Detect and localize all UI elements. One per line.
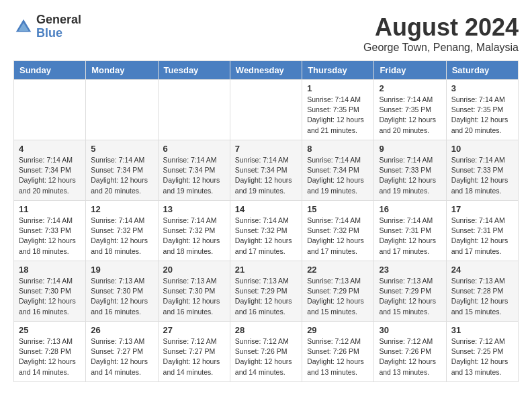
day-number: 3: [451, 83, 513, 93]
week-row-3: 11Sunrise: 7:14 AM Sunset: 7:33 PM Dayli…: [14, 201, 519, 261]
day-info: Sunrise: 7:14 AM Sunset: 7:31 PM Dayligh…: [451, 216, 513, 257]
day-number: 19: [91, 265, 152, 275]
week-row-4: 18Sunrise: 7:14 AM Sunset: 7:30 PM Dayli…: [14, 261, 519, 322]
logo: General Blue: [13, 13, 81, 40]
day-info: Sunrise: 7:13 AM Sunset: 7:30 PM Dayligh…: [163, 276, 225, 317]
day-cell-5: 5Sunrise: 7:14 AM Sunset: 7:34 PM Daylig…: [86, 140, 158, 201]
logo-blue: Blue: [36, 27, 81, 40]
day-cell-22: 22Sunrise: 7:13 AM Sunset: 7:29 PM Dayli…: [302, 261, 374, 322]
day-cell-27: 27Sunrise: 7:12 AM Sunset: 7:27 PM Dayli…: [158, 322, 230, 382]
day-info: Sunrise: 7:12 AM Sunset: 7:26 PM Dayligh…: [307, 336, 369, 377]
day-info: Sunrise: 7:14 AM Sunset: 7:33 PM Dayligh…: [379, 155, 441, 196]
day-info: Sunrise: 7:12 AM Sunset: 7:26 PM Dayligh…: [379, 336, 441, 377]
day-cell-19: 19Sunrise: 7:13 AM Sunset: 7:30 PM Dayli…: [86, 261, 158, 322]
day-number: 8: [307, 144, 369, 154]
day-number: 25: [19, 325, 81, 335]
day-cell-7: 7Sunrise: 7:14 AM Sunset: 7:34 PM Daylig…: [230, 140, 302, 201]
day-cell-15: 15Sunrise: 7:14 AM Sunset: 7:32 PM Dayli…: [302, 201, 374, 261]
day-cell-21: 21Sunrise: 7:13 AM Sunset: 7:29 PM Dayli…: [230, 261, 302, 322]
day-number: 11: [19, 204, 81, 214]
day-number: 26: [91, 325, 152, 335]
day-info: Sunrise: 7:13 AM Sunset: 7:29 PM Dayligh…: [235, 276, 297, 317]
day-number: 12: [91, 204, 152, 214]
day-number: 9: [379, 144, 441, 154]
day-cell-18: 18Sunrise: 7:14 AM Sunset: 7:30 PM Dayli…: [14, 261, 86, 322]
day-cell-24: 24Sunrise: 7:13 AM Sunset: 7:28 PM Dayli…: [446, 261, 518, 322]
day-number: 6: [163, 144, 225, 154]
day-number: 2: [379, 83, 441, 93]
day-number: 21: [235, 265, 297, 275]
day-info: Sunrise: 7:14 AM Sunset: 7:30 PM Dayligh…: [19, 276, 81, 317]
day-number: 23: [379, 265, 441, 275]
day-number: 28: [235, 325, 297, 335]
day-cell-28: 28Sunrise: 7:12 AM Sunset: 7:26 PM Dayli…: [230, 322, 302, 382]
empty-cell: [14, 80, 86, 140]
day-info: Sunrise: 7:14 AM Sunset: 7:34 PM Dayligh…: [19, 155, 81, 196]
day-cell-29: 29Sunrise: 7:12 AM Sunset: 7:26 PM Dayli…: [302, 322, 374, 382]
day-info: Sunrise: 7:14 AM Sunset: 7:33 PM Dayligh…: [19, 216, 81, 257]
day-info: Sunrise: 7:14 AM Sunset: 7:32 PM Dayligh…: [307, 216, 369, 257]
page-header: General Blue August 2024 George Town, Pe…: [13, 13, 519, 54]
day-cell-17: 17Sunrise: 7:14 AM Sunset: 7:31 PM Dayli…: [446, 201, 518, 261]
day-info: Sunrise: 7:13 AM Sunset: 7:29 PM Dayligh…: [379, 276, 441, 317]
day-info: Sunrise: 7:13 AM Sunset: 7:27 PM Dayligh…: [91, 336, 152, 377]
day-cell-23: 23Sunrise: 7:13 AM Sunset: 7:29 PM Dayli…: [374, 261, 446, 322]
day-number: 18: [19, 265, 81, 275]
day-number: 20: [163, 265, 225, 275]
day-cell-16: 16Sunrise: 7:14 AM Sunset: 7:31 PM Dayli…: [374, 201, 446, 261]
day-number: 24: [451, 265, 513, 275]
day-cell-14: 14Sunrise: 7:14 AM Sunset: 7:32 PM Dayli…: [230, 201, 302, 261]
column-header-sunday: Sunday: [14, 61, 86, 80]
day-number: 16: [379, 204, 441, 214]
day-cell-9: 9Sunrise: 7:14 AM Sunset: 7:33 PM Daylig…: [374, 140, 446, 201]
column-header-thursday: Thursday: [302, 61, 374, 80]
day-cell-1: 1Sunrise: 7:14 AM Sunset: 7:35 PM Daylig…: [302, 80, 374, 140]
day-cell-2: 2Sunrise: 7:14 AM Sunset: 7:35 PM Daylig…: [374, 80, 446, 140]
day-cell-25: 25Sunrise: 7:13 AM Sunset: 7:28 PM Dayli…: [14, 322, 86, 382]
day-number: 7: [235, 144, 297, 154]
day-number: 15: [307, 204, 369, 214]
column-header-tuesday: Tuesday: [158, 61, 230, 80]
day-info: Sunrise: 7:14 AM Sunset: 7:32 PM Dayligh…: [235, 216, 297, 257]
week-row-5: 25Sunrise: 7:13 AM Sunset: 7:28 PM Dayli…: [14, 322, 519, 382]
day-cell-12: 12Sunrise: 7:14 AM Sunset: 7:32 PM Dayli…: [86, 201, 158, 261]
day-cell-26: 26Sunrise: 7:13 AM Sunset: 7:27 PM Dayli…: [86, 322, 158, 382]
column-header-saturday: Saturday: [446, 61, 518, 80]
day-number: 14: [235, 204, 297, 214]
day-number: 13: [163, 204, 225, 214]
week-row-1: 1Sunrise: 7:14 AM Sunset: 7:35 PM Daylig…: [14, 80, 519, 140]
column-header-monday: Monday: [86, 61, 158, 80]
empty-cell: [230, 80, 302, 140]
day-info: Sunrise: 7:14 AM Sunset: 7:34 PM Dayligh…: [235, 155, 297, 196]
day-info: Sunrise: 7:14 AM Sunset: 7:35 PM Dayligh…: [451, 95, 513, 136]
logo-icon: [13, 17, 34, 37]
day-info: Sunrise: 7:14 AM Sunset: 7:35 PM Dayligh…: [307, 95, 369, 136]
day-info: Sunrise: 7:13 AM Sunset: 7:28 PM Dayligh…: [451, 276, 513, 317]
calendar-table: SundayMondayTuesdayWednesdayThursdayFrid…: [13, 60, 519, 382]
day-info: Sunrise: 7:13 AM Sunset: 7:29 PM Dayligh…: [307, 276, 369, 317]
day-number: 31: [451, 325, 513, 335]
empty-cell: [158, 80, 230, 140]
day-number: 4: [19, 144, 81, 154]
day-info: Sunrise: 7:14 AM Sunset: 7:32 PM Dayligh…: [163, 216, 225, 257]
day-cell-13: 13Sunrise: 7:14 AM Sunset: 7:32 PM Dayli…: [158, 201, 230, 261]
day-cell-11: 11Sunrise: 7:14 AM Sunset: 7:33 PM Dayli…: [14, 201, 86, 261]
day-info: Sunrise: 7:13 AM Sunset: 7:28 PM Dayligh…: [19, 336, 81, 377]
week-row-2: 4Sunrise: 7:14 AM Sunset: 7:34 PM Daylig…: [14, 140, 519, 201]
day-info: Sunrise: 7:12 AM Sunset: 7:27 PM Dayligh…: [163, 336, 225, 377]
day-number: 27: [163, 325, 225, 335]
column-header-friday: Friday: [374, 61, 446, 80]
day-cell-3: 3Sunrise: 7:14 AM Sunset: 7:35 PM Daylig…: [446, 80, 518, 140]
day-info: Sunrise: 7:14 AM Sunset: 7:34 PM Dayligh…: [307, 155, 369, 196]
day-cell-30: 30Sunrise: 7:12 AM Sunset: 7:26 PM Dayli…: [374, 322, 446, 382]
day-info: Sunrise: 7:12 AM Sunset: 7:25 PM Dayligh…: [451, 336, 513, 377]
day-number: 17: [451, 204, 513, 214]
logo-general: General: [36, 13, 81, 27]
day-cell-10: 10Sunrise: 7:14 AM Sunset: 7:33 PM Dayli…: [446, 140, 518, 201]
month-year-title: August 2024: [363, 13, 519, 42]
day-number: 1: [307, 83, 369, 93]
empty-cell: [86, 80, 158, 140]
day-info: Sunrise: 7:14 AM Sunset: 7:34 PM Dayligh…: [91, 155, 152, 196]
day-info: Sunrise: 7:14 AM Sunset: 7:34 PM Dayligh…: [163, 155, 225, 196]
logo-text: General Blue: [36, 13, 81, 40]
